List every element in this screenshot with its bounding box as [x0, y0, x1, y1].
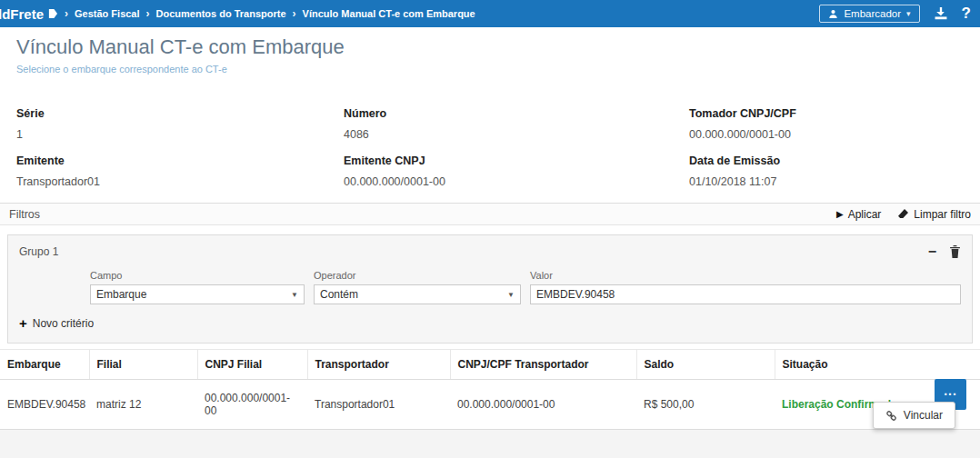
vincular-menu-item[interactable]: Vincular	[873, 402, 955, 429]
valor-input[interactable]	[530, 284, 961, 304]
detail-label: Emitente	[16, 154, 344, 167]
col-header-saldo: Saldo	[636, 350, 775, 380]
breadcrumb: › Gestão Fiscal › Documentos do Transpor…	[65, 7, 475, 20]
apply-filter-label: Aplicar	[848, 208, 882, 221]
vincular-label: Vincular	[904, 409, 943, 422]
add-criteria-label: Novo critério	[33, 317, 94, 330]
detail-label: Emitente CNPJ	[344, 154, 689, 167]
table-row[interactable]: EMBDEV.90458 matriz 12 00.000.000/0001-0…	[0, 380, 980, 430]
filters-actions: ▶ Aplicar Limpar filtro	[836, 208, 971, 221]
trash-icon[interactable]	[949, 245, 961, 258]
cell-transportador: Transportador01	[307, 380, 450, 430]
clear-filter-label: Limpar filtro	[914, 208, 971, 221]
add-criteria-button[interactable]: + Novo critério	[19, 316, 94, 330]
breadcrumb-separator: ›	[65, 7, 68, 20]
col-header-transportador: Transportador	[307, 350, 450, 380]
plus-icon: +	[19, 316, 27, 330]
link-icon	[885, 410, 897, 422]
apply-filter-button[interactable]: ▶ Aplicar	[836, 208, 881, 221]
filter-group-header: Grupo 1 −	[19, 241, 961, 270]
col-header-cnpj-filial: CNPJ Filial	[197, 350, 307, 380]
detail-value: 00.000.000/0001-00	[689, 128, 964, 141]
detail-value: 4086	[344, 128, 689, 141]
detail-label: Número	[344, 107, 689, 120]
help-button[interactable]: ?	[962, 5, 971, 23]
cell-embarque: EMBDEV.90458	[0, 380, 89, 430]
chevron-down-icon: ▾	[906, 9, 911, 18]
cell-saldo: R$ 500,00	[636, 380, 775, 430]
operador-field: Operador Contém ▼	[314, 270, 521, 304]
detail-data-emissao: Data de Emissão 01/10/2018 11:07	[689, 154, 964, 188]
detail-emitente: Emitente Transportador01	[16, 154, 344, 188]
valor-label: Valor	[530, 270, 961, 281]
detail-serie: Série 1	[16, 107, 344, 141]
filter-criteria-row: Campo Embarque ▼ Operador Contém ▼ Valor	[19, 270, 961, 304]
topbar: ldFrete › Gestão Fiscal › Documentos do …	[0, 0, 980, 27]
play-icon: ▶	[836, 209, 844, 219]
detail-value: 1	[16, 128, 344, 141]
detail-value: Transportador01	[16, 175, 344, 188]
breadcrumb-separator: ›	[293, 7, 296, 20]
filter-group-title: Grupo 1	[19, 245, 58, 258]
user-menu-label: Embarcador	[844, 8, 901, 19]
filters-bar: Filtros ▶ Aplicar Limpar filtro	[0, 203, 980, 225]
main-content: ldFrete › Gestão Fiscal › Documentos do …	[0, 0, 980, 430]
logo-flag-icon	[47, 8, 58, 19]
col-header-embarque: Embarque	[0, 350, 89, 380]
filter-group-actions: −	[928, 244, 961, 259]
detail-label: Tomador CNPJ/CPF	[689, 107, 964, 120]
col-header-situacao: Situação	[775, 350, 980, 380]
detail-value: 01/10/2018 11:07	[689, 175, 964, 188]
filters-title: Filtros	[9, 208, 40, 221]
detail-numero: Número 4086	[344, 107, 689, 141]
page-head: Vínculo Manual CT-e com Embarque Selecio…	[0, 27, 980, 76]
operador-label: Operador	[314, 270, 521, 281]
user-menu[interactable]: Embarcador ▾	[819, 5, 919, 23]
breadcrumb-separator: ›	[146, 7, 150, 20]
col-header-cnpj-transportador: CNPJ/CPF Transportador	[450, 350, 636, 380]
campo-label: Campo	[90, 270, 305, 281]
cell-cnpj-transportador: 00.000.000/0001-00	[450, 380, 636, 430]
detail-emitente-cnpj: Emitente CNPJ 00.000.000/0001-00	[344, 154, 689, 188]
detail-label: Data de Emissão	[689, 154, 964, 167]
download-button[interactable]	[934, 7, 948, 20]
results-table: Embarque Filial CNPJ Filial Transportado…	[0, 349, 980, 430]
app-logo-text: ldFrete	[0, 6, 44, 22]
topbar-right: Embarcador ▾ ?	[819, 5, 971, 23]
eraser-icon	[897, 208, 909, 220]
results-table-wrap: Embarque Filial CNPJ Filial Transportado…	[0, 349, 980, 430]
select-caret-icon: ▼	[507, 291, 515, 299]
cte-details: Série 1 Número 4086 Tomador CNPJ/CPF 00.…	[0, 76, 980, 203]
detail-value: 00.000.000/0001-00	[344, 175, 689, 188]
select-caret-icon: ▼	[291, 291, 298, 299]
operador-select[interactable]: Contém ▼	[314, 284, 521, 304]
clear-filter-button[interactable]: Limpar filtro	[897, 208, 971, 221]
campo-select[interactable]: Embarque ▼	[90, 284, 305, 304]
detail-tomador-cnpj: Tomador CNPJ/CPF 00.000.000/0001-00	[689, 107, 964, 141]
breadcrumb-vinculo-manual[interactable]: Vínculo Manual CT-e com Embarque	[303, 8, 475, 19]
collapse-group-icon[interactable]: −	[928, 244, 936, 259]
page-subtitle: Selecione o embarque correspondente ao C…	[16, 64, 964, 75]
breadcrumb-gestao-fiscal[interactable]: Gestão Fiscal	[75, 8, 140, 19]
user-icon	[828, 9, 838, 19]
page-title: Vínculo Manual CT-e com Embarque	[16, 35, 964, 59]
filter-group-panel: Grupo 1 − Campo Embarque ▼ Operador Cont…	[7, 234, 973, 344]
col-header-filial: Filial	[89, 350, 197, 380]
campo-field: Campo Embarque ▼	[90, 270, 305, 304]
breadcrumb-documentos-transporte[interactable]: Documentos do Transporte	[156, 8, 286, 19]
detail-label: Série	[16, 107, 344, 120]
cell-cnpj-filial: 00.000.000/0001-00	[197, 380, 307, 430]
operador-selected-value: Contém	[320, 288, 358, 301]
cell-filial: matriz 12	[89, 380, 197, 430]
table-header-row: Embarque Filial CNPJ Filial Transportado…	[0, 350, 980, 380]
campo-selected-value: Embarque	[96, 288, 146, 301]
app-logo[interactable]: ldFrete	[0, 6, 58, 22]
valor-field: Valor	[530, 270, 961, 304]
